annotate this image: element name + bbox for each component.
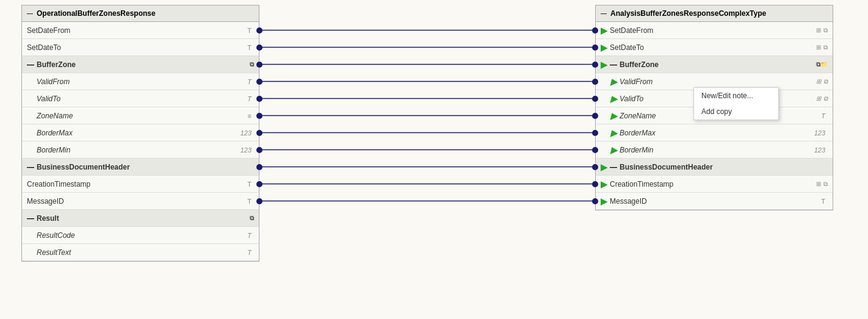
right-arrow-bufferzone: ▶: [601, 60, 607, 70]
left-dot-bufferzone[interactable]: [256, 62, 262, 68]
left-dot-zonename[interactable]: [256, 113, 262, 119]
right-label-creationtimestamp: CreationTimestamp: [610, 180, 814, 188]
right-arrow-validfrom: ▶: [610, 77, 617, 87]
right-grid-icon-setdatefrom[interactable]: ⊞: [816, 27, 821, 34]
right-row-setdatefrom: ▶ SetDateFrom ⊞ ⧉: [596, 22, 833, 39]
left-row-bordermax: BorderMax 123: [22, 124, 259, 142]
right-row-businessdocumentheader: ▶ — BusinessDocumentHeader: [596, 159, 833, 176]
right-label-setdatefrom: SetDateFrom: [610, 26, 814, 35]
left-label-setdateto: SetDateTo: [27, 43, 247, 52]
left-panel-header: — OperationalBufferZonesResponse: [22, 5, 259, 22]
left-row-setdatefrom: SetDateFrom T: [22, 22, 259, 39]
right-grid-icon-setdateto[interactable]: ⊞: [816, 44, 821, 51]
left-label-bordermax: BorderMax: [37, 129, 241, 137]
right-row-setdateto: ▶ SetDateTo ⊞ ⧉: [596, 39, 833, 56]
right-dot-left-messageid: [592, 198, 598, 204]
right-row-messageid: ▶ MessageID T: [596, 193, 833, 210]
left-row-resulttext: ResultText T: [22, 244, 259, 261]
context-menu-item-add-copy[interactable]: Add copy: [694, 104, 778, 120]
right-dot-left-zonename: [592, 113, 598, 119]
left-dot-businessdocumentheader[interactable]: [256, 164, 262, 170]
right-collapse-icon[interactable]: —: [601, 10, 607, 17]
right-row-creationtimestamp: ▶ CreationTimestamp ⊞ ⧉: [596, 176, 833, 193]
right-row-bufferzone: ▶ — BufferZone ⧉ 📁: [596, 56, 833, 73]
context-menu[interactable]: New/Edit note... Add copy: [693, 87, 779, 120]
left-result-collapse[interactable]: —: [27, 214, 34, 223]
left-type-zonename: ≡: [248, 112, 251, 120]
left-dot-messageid[interactable]: [256, 198, 262, 204]
right-dot-left-businessdocumentheader: [592, 164, 598, 170]
left-result-copy-icon[interactable]: ⧉: [250, 215, 254, 222]
left-row-setdateto: SetDateTo T: [22, 39, 259, 56]
left-type-validto: T: [247, 95, 251, 102]
right-label-validfrom: ValidFrom: [620, 77, 814, 86]
left-row-creationtimestamp: CreationTimestamp T: [22, 176, 259, 193]
left-label-resulttext: ResultText: [37, 248, 247, 257]
right-bdh-collapse[interactable]: —: [610, 163, 617, 171]
right-dot-left-bordermax: [592, 130, 598, 136]
left-type-resultcode: T: [247, 232, 251, 239]
left-bdh-collapse[interactable]: —: [27, 163, 34, 171]
left-label-setdatefrom: SetDateFrom: [27, 26, 247, 35]
right-arrow-setdatefrom: ▶: [601, 26, 607, 35]
right-grid-icon-validto[interactable]: ⊞: [816, 95, 821, 102]
right-arrow-creationtimestamp: ▶: [601, 179, 607, 189]
right-arrow-bordermax: ▶: [610, 128, 617, 138]
left-label-messageid: MessageID: [27, 197, 247, 206]
left-label-resultcode: ResultCode: [37, 231, 247, 240]
right-copy-icon-validto[interactable]: ⧉: [823, 95, 828, 102]
right-dot-left-setdatefrom: [592, 27, 598, 34]
left-dot-validto[interactable]: [256, 96, 262, 102]
left-dot-setdateto[interactable]: [256, 45, 262, 51]
left-panel-title: OperationalBufferZonesResponse: [37, 9, 156, 18]
left-row-result: — Result ⧉: [22, 210, 259, 227]
right-type-zonename: T: [821, 112, 825, 120]
left-type-validfrom: T: [247, 78, 251, 85]
context-menu-item-new-edit-note[interactable]: New/Edit note...: [694, 88, 778, 104]
right-arrow-validto: ▶: [610, 94, 617, 104]
left-panel: — OperationalBufferZonesResponse SetDate…: [21, 5, 259, 262]
right-label-setdateto: SetDateTo: [610, 43, 814, 52]
right-grid-icon-validfrom[interactable]: ⊞: [816, 78, 821, 85]
left-dot-setdatefrom[interactable]: [256, 27, 262, 34]
right-dot-left-creationtimestamp: [592, 181, 598, 187]
left-row-bordermin: BorderMin 123: [22, 142, 259, 159]
left-type-bordermax: 123: [241, 129, 251, 137]
right-copy-icon-validfrom[interactable]: ⧉: [823, 78, 828, 85]
right-label-bufferzone: BufferZone: [620, 60, 816, 69]
left-dot-bordermax[interactable]: [256, 130, 262, 136]
right-copy-icon-setdatefrom[interactable]: ⧉: [823, 27, 828, 34]
right-arrow-messageid: ▶: [601, 196, 607, 206]
right-folder-icon-bufferzone[interactable]: 📁: [820, 61, 828, 68]
left-row-zonename: ZoneName ≡: [22, 107, 259, 124]
left-label-creationtimestamp: CreationTimestamp: [27, 180, 247, 188]
left-label-zonename: ZoneName: [37, 112, 248, 120]
right-type-messageid: T: [821, 198, 825, 205]
right-grid-icon-creationtimestamp[interactable]: ⊞: [816, 181, 821, 187]
right-copy-icon-creationtimestamp[interactable]: ⧉: [823, 181, 828, 188]
left-row-validfrom: ValidFrom T: [22, 73, 259, 90]
left-label-validto: ValidTo: [37, 95, 247, 103]
right-dot-left-validto: [592, 96, 598, 102]
right-label-bordermin: BorderMin: [620, 146, 814, 154]
left-bufferzone-collapse[interactable]: —: [27, 60, 34, 69]
left-row-businessdocumentheader: — BusinessDocumentHeader: [22, 159, 259, 176]
left-bufferzone-copy-icon[interactable]: ⧉: [250, 61, 254, 68]
left-collapse-icon[interactable]: —: [27, 10, 33, 17]
right-dot-left-bufferzone: [592, 62, 598, 68]
left-type-creationtimestamp: T: [247, 181, 251, 188]
left-type-bordermin: 123: [241, 146, 251, 154]
left-dot-bordermin[interactable]: [256, 147, 262, 153]
left-label-result: Result: [37, 214, 250, 223]
left-dot-validfrom[interactable]: [256, 79, 262, 85]
right-bufferzone-copy-icon[interactable]: ⧉: [816, 61, 820, 68]
left-label-bufferzone: BufferZone: [37, 60, 250, 69]
right-arrow-businessdocumentheader: ▶: [601, 162, 607, 172]
left-dot-creationtimestamp[interactable]: [256, 181, 262, 187]
left-label-bordermin: BorderMin: [37, 146, 241, 154]
left-type-messageid: T: [247, 198, 251, 205]
right-bufferzone-collapse[interactable]: —: [610, 60, 617, 69]
right-copy-icon-setdateto[interactable]: ⧉: [823, 44, 828, 51]
left-label-businessdocumentheader: BusinessDocumentHeader: [37, 163, 254, 171]
right-arrow-bordermin: ▶: [610, 145, 617, 155]
